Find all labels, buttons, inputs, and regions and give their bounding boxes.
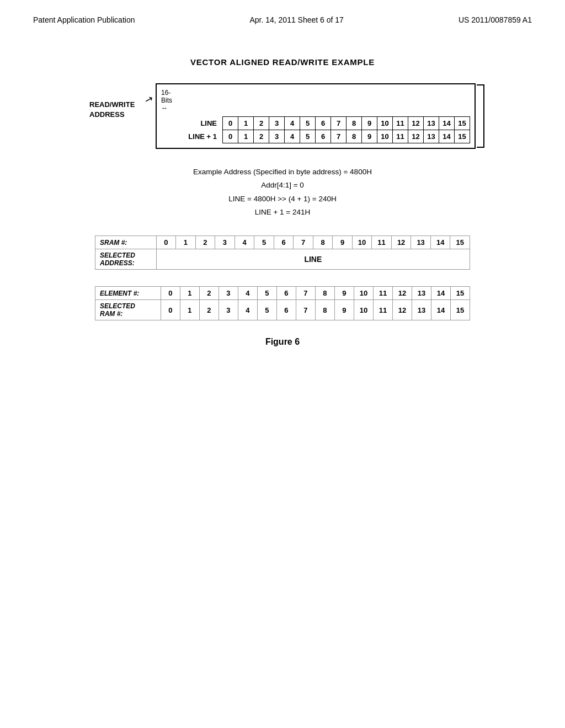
bits-area: 16- Bits ↔ [161,89,172,112]
header-left: Patent Application Publication [33,15,135,24]
address-example: Example Address (Specified in byte addre… [44,165,521,219]
element-selected-row: SELECTED RAM #: 0 1 2 3 4 5 6 7 8 9 10 1… [95,300,470,320]
element-table: ELEMENT #: 0 1 2 3 4 5 6 7 8 9 10 11 12 … [95,286,470,320]
header-center: Apr. 14, 2011 Sheet 6 of 17 [249,15,343,24]
sram-selected-value: LINE [156,249,470,270]
line-plus1-row: LINE + 1 0 1 2 3 4 5 6 7 8 9 10 11 12 [161,130,470,143]
sram-table-section: SRAM #: 0 1 2 3 4 5 6 7 8 9 10 11 12 13 … [95,235,470,270]
rw-diagram: READ/WRITE ADDRESS 16- Bits ↔ ↗ [89,83,476,149]
section-title: VECTOR ALIGNED READ/WRITE EXAMPLE [44,57,521,67]
figure-caption: Figure 6 [44,337,521,347]
element-header-row: ELEMENT #: 0 1 2 3 4 5 6 7 8 9 10 11 12 … [95,287,470,300]
header-right: US 2011/0087859 A1 [459,15,532,24]
bits-arrow-icon: ↔ [161,104,172,112]
line-row: LINE 0 1 2 3 4 5 6 7 8 9 10 11 12 [161,117,470,130]
sram-table: SRAM #: 0 1 2 3 4 5 6 7 8 9 10 11 12 13 … [95,235,470,270]
right-bracket [477,84,484,148]
sram-header-row: SRAM #: 0 1 2 3 4 5 6 7 8 9 10 11 12 13 … [95,236,470,249]
element-table-section: ELEMENT #: 0 1 2 3 4 5 6 7 8 9 10 11 12 … [95,286,470,320]
lines-table: LINE 0 1 2 3 4 5 6 7 8 9 10 11 12 [161,116,470,143]
sram-selected-row: SELECTED ADDRESS: LINE [95,249,470,270]
page-header: Patent Application Publication Apr. 14, … [0,0,565,24]
